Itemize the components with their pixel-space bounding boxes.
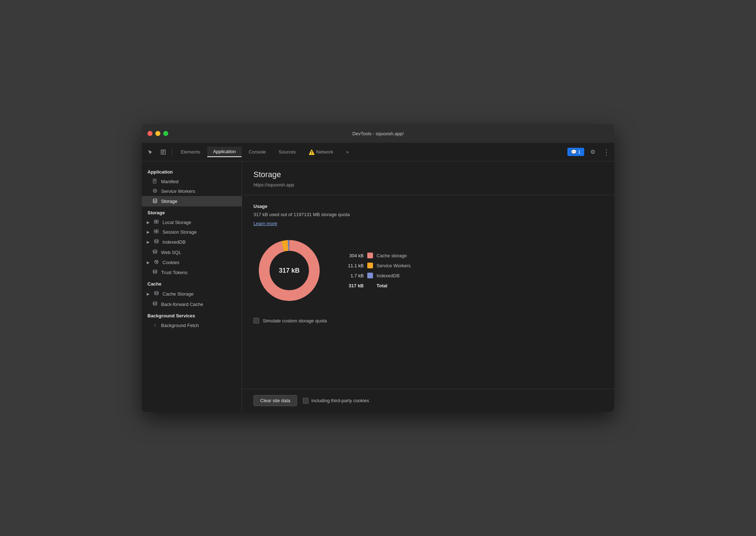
- devtools-window: DevTools - squoosh.app/ Elements Applica…: [142, 124, 614, 412]
- svg-rect-14: [156, 230, 158, 231]
- svg-rect-13: [154, 232, 156, 233]
- indexeddb-icon: [153, 239, 160, 245]
- svg-point-19: [155, 261, 156, 262]
- chat-button[interactable]: 💬 1: [567, 148, 584, 156]
- svg-point-23: [155, 291, 158, 293]
- third-party-checkbox-area: including third-party cookies: [303, 398, 369, 404]
- svg-point-5: [153, 189, 157, 193]
- inspect-icon[interactable]: [158, 146, 169, 158]
- sidebar-item-indexeddb[interactable]: ▶ IndexedDB: [142, 237, 242, 247]
- indexed-label: IndexedDB: [377, 273, 399, 278]
- svg-point-21: [157, 261, 158, 262]
- cache-storage-icon: [153, 291, 160, 297]
- svg-rect-15: [156, 232, 158, 233]
- svg-point-6: [154, 190, 156, 191]
- tab-console[interactable]: Console: [243, 147, 272, 157]
- tab-application[interactable]: Application: [207, 147, 242, 157]
- cookies-icon: [153, 259, 160, 265]
- cache-value: 304 kB: [342, 253, 364, 258]
- cursor-icon[interactable]: [145, 146, 156, 158]
- sidebar-item-background-fetch[interactable]: ↑ Background Fetch: [142, 321, 242, 330]
- svg-rect-1: [153, 179, 156, 183]
- sidebar-item-storage[interactable]: Storage: [142, 196, 242, 206]
- sidebar-section-application: Application: [142, 166, 242, 177]
- chat-count: 1: [578, 149, 581, 155]
- arrow-icon: ▶: [147, 240, 150, 244]
- arrow-icon: ▶: [147, 230, 150, 234]
- toolbar-right: 💬 1 ⚙ ⋮: [567, 146, 611, 158]
- manifest-icon: [152, 179, 158, 185]
- more-button[interactable]: ⋮: [601, 148, 611, 156]
- sidebar-item-session-storage[interactable]: ▶ Session Storage: [142, 227, 242, 237]
- svg-point-7: [153, 199, 157, 200]
- sidebar-item-service-workers[interactable]: Service Workers: [142, 186, 242, 196]
- svg-rect-12: [154, 230, 156, 231]
- svg-rect-8: [154, 220, 156, 221]
- minimize-button[interactable]: [155, 131, 160, 136]
- sidebar-item-local-storage[interactable]: ▶ Local Storage: [142, 218, 242, 227]
- donut-chart: 317 kB: [253, 235, 325, 306]
- chat-icon: 💬: [571, 149, 577, 155]
- local-storage-icon: [153, 219, 160, 225]
- legend-item-cache: 304 kB Cache storage: [342, 253, 411, 258]
- tab-network[interactable]: ⚠️ Network: [303, 147, 339, 157]
- svg-rect-10: [156, 220, 158, 221]
- legend-item-sw: 11.1 kB Service Workers: [342, 263, 411, 268]
- cache-color: [367, 253, 373, 258]
- page-url: https://squoosh.app: [253, 182, 603, 187]
- tab-more[interactable]: »: [340, 147, 354, 157]
- session-storage-icon: [153, 229, 160, 235]
- svg-point-20: [156, 262, 157, 263]
- web-sql-icon: [152, 249, 158, 256]
- learn-more-link[interactable]: Learn more: [253, 221, 277, 226]
- sidebar-section-storage: Storage: [142, 206, 242, 218]
- sidebar-item-back-forward-cache[interactable]: Back-forward Cache: [142, 299, 242, 310]
- sidebar-item-manifest[interactable]: Manifest: [142, 177, 242, 186]
- service-workers-icon: [152, 188, 158, 194]
- third-party-checkbox[interactable]: [303, 398, 309, 404]
- content-header: Storage https://squoosh.app: [242, 161, 614, 195]
- legend-item-total: 317 kB Total: [342, 283, 411, 288]
- tab-elements[interactable]: Elements: [175, 147, 206, 157]
- content-footer: Clear site data including third-party co…: [242, 389, 614, 412]
- settings-button[interactable]: ⚙: [587, 146, 598, 158]
- sidebar-item-trust-tokens[interactable]: Trust Tokens: [142, 267, 242, 278]
- close-button[interactable]: [147, 131, 152, 136]
- total-label: Total: [377, 283, 387, 288]
- legend-item-indexed: 1.7 kB IndexedDB: [342, 273, 411, 278]
- toolbar: Elements Application Console Sources ⚠️ …: [142, 143, 614, 161]
- sidebar-section-cache: Cache: [142, 278, 242, 289]
- arrow-icon: ▶: [147, 260, 150, 264]
- svg-point-17: [153, 250, 157, 251]
- sidebar-item-cache-storage[interactable]: ▶ Cache Storage: [142, 289, 242, 299]
- svg-point-16: [155, 239, 158, 241]
- page-title: Storage: [253, 170, 603, 179]
- content-area: Storage https://squoosh.app Usage 317 kB…: [242, 161, 614, 412]
- third-party-label: including third-party cookies: [311, 398, 369, 403]
- maximize-button[interactable]: [163, 131, 168, 136]
- main-layout: Application Manifest Service Workers Sto…: [142, 161, 614, 412]
- svg-rect-9: [154, 222, 156, 223]
- titlebar: DevTools - squoosh.app/: [142, 124, 614, 143]
- indexed-color: [367, 273, 373, 278]
- window-title: DevTools - squoosh.app/: [352, 131, 403, 136]
- arrow-icon: ▶: [147, 292, 150, 296]
- arrow-icon: ▶: [147, 220, 150, 224]
- tab-sources[interactable]: Sources: [273, 147, 302, 157]
- simulate-quota-label: Simulate custom storage quota: [263, 318, 327, 323]
- sidebar-item-cookies[interactable]: ▶ Cookies: [142, 258, 242, 267]
- simulate-quota-checkbox[interactable]: [253, 318, 259, 323]
- svg-rect-11: [156, 222, 158, 223]
- donut-center-label: 317 kB: [279, 267, 300, 274]
- divider: [172, 148, 172, 156]
- back-forward-cache-icon: [152, 301, 158, 308]
- chart-area: 317 kB 304 kB Cache storage 11.1 kB Serv…: [253, 235, 603, 306]
- window-controls: [147, 131, 168, 136]
- total-value: 317 kB: [342, 283, 364, 288]
- clear-site-data-button[interactable]: Clear site data: [253, 395, 297, 406]
- svg-point-22: [153, 270, 157, 271]
- trust-tokens-icon: [152, 269, 158, 276]
- storage-icon: [152, 198, 158, 205]
- sidebar: Application Manifest Service Workers Sto…: [142, 161, 242, 412]
- sidebar-item-web-sql[interactable]: Web SQL: [142, 247, 242, 258]
